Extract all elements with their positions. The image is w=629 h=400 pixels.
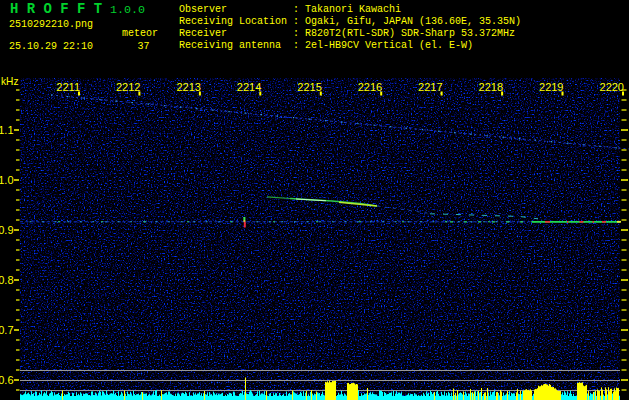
svg-text:Receiving Location : Ogaki, Gi: Receiving Location : Ogaki, Gifu, JAPAN … xyxy=(179,15,521,27)
svg-text:0.6: 0.6 xyxy=(0,374,14,386)
svg-text:Observer : Takanori: Observer : Takanori Kawachi xyxy=(179,3,401,15)
svg-text:meteor: meteor xyxy=(122,27,158,39)
svg-text:H R O F F T: H R O F F T xyxy=(10,1,102,17)
svg-text:1.0.0: 1.0.0 xyxy=(110,4,145,16)
svg-text:2212: 2212 xyxy=(116,81,140,93)
svg-text:2216: 2216 xyxy=(358,81,382,93)
svg-text:2211: 2211 xyxy=(56,81,80,93)
svg-text:kHz: kHz xyxy=(1,75,19,87)
svg-text:2217: 2217 xyxy=(418,81,442,93)
svg-text:1.0: 1.0 xyxy=(0,174,14,186)
svg-text:2218: 2218 xyxy=(479,81,503,93)
svg-text:37: 37 xyxy=(138,40,150,52)
svg-text:2215: 2215 xyxy=(297,81,321,93)
svg-text:2214: 2214 xyxy=(237,81,261,93)
svg-text:1.1: 1.1 xyxy=(0,124,14,136)
svg-text:Receiver : R820T2(RT: Receiver : R820T2(RTL-SDR) SDR-Sharp 53.… xyxy=(179,27,515,39)
svg-text:0.8: 0.8 xyxy=(0,274,14,286)
svg-text:25.10.29 22:10: 25.10.29 22:10 xyxy=(9,40,93,52)
svg-text:2220: 2220 xyxy=(600,81,624,93)
svg-text:2510292210.png: 2510292210.png xyxy=(9,18,93,30)
svg-text:2213: 2213 xyxy=(176,81,200,93)
svg-text:2219: 2219 xyxy=(539,81,563,93)
svg-text:0.9: 0.9 xyxy=(0,224,14,236)
svg-text:Receiving antenna : 2el-HB9CV: Receiving antenna : 2el-HB9CV Vertical (… xyxy=(179,39,473,51)
svg-text:0.7: 0.7 xyxy=(0,324,14,336)
